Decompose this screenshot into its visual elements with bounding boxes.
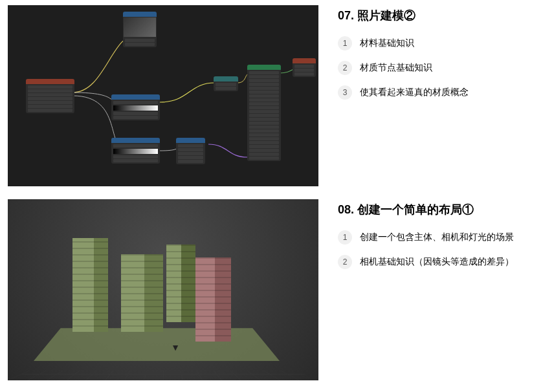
node-header [176, 138, 205, 143]
node-principled-bsdf[interactable] [247, 65, 281, 161]
lesson-title: 08. 创建一个简单的布局① [338, 202, 546, 217]
lesson-item: 1 材料基础知识 [338, 36, 546, 50]
node-header [214, 76, 238, 82]
item-number-badge: 2 [338, 61, 352, 75]
lesson-content-07: 07. 照片建模② 1 材料基础知识 2 材质节点基础知识 3 使其看起来逼真的… [338, 5, 546, 186]
lesson-item: 2 材质节点基础知识 [338, 61, 546, 75]
viewport-grid [8, 371, 318, 380]
node-colorramp-1[interactable] [111, 94, 160, 120]
item-number-badge: 2 [338, 255, 352, 269]
ground-plane [34, 328, 280, 361]
node-header [111, 94, 160, 100]
node-material-output[interactable] [293, 58, 316, 77]
node-image-texture[interactable] [26, 79, 74, 113]
node-preview-gradient [124, 17, 156, 37]
lesson-title: 07. 照片建模② [338, 8, 546, 23]
building-1 [72, 238, 108, 332]
lesson-row-07: 07. 照片建模② 1 材料基础知识 2 材质节点基础知识 3 使其看起来逼真的… [8, 5, 546, 186]
item-text: 材料基础知识 [360, 38, 414, 49]
lesson-list: 07. 照片建模② 1 材料基础知识 2 材质节点基础知识 3 使其看起来逼真的… [0, 0, 554, 386]
item-text: 材质节点基础知识 [360, 62, 432, 74]
lesson-content-08: 08. 创建一个简单的布局① 1 创建一个包含主体、相机和灯光的场景 2 相机基… [338, 199, 546, 380]
node-header [123, 12, 157, 17]
node-header [26, 79, 74, 84]
item-text: 相机基础知识（因镜头等造成的差异） [360, 256, 514, 268]
node-header [247, 65, 281, 70]
item-text: 使其看起来逼真的材质概念 [360, 87, 469, 98]
node-header [293, 58, 316, 63]
building-2 [121, 254, 163, 332]
node-colorramp-2[interactable] [111, 138, 160, 164]
node-diffuse-preview[interactable] [123, 12, 157, 47]
blender-viewport-3d [8, 199, 318, 380]
lesson-items-list: 1 创建一个包含主体、相机和灯光的场景 2 相机基础知识（因镜头等造成的差异） [338, 230, 546, 269]
lesson-items-list: 1 材料基础知识 2 材质节点基础知识 3 使其看起来逼真的材质概念 [338, 36, 546, 100]
blender-node-editor [8, 5, 318, 186]
building-3 [166, 245, 195, 322]
item-number-badge: 3 [338, 85, 352, 100]
lesson-item: 1 创建一个包含主体、相机和灯光的场景 [338, 230, 546, 245]
node-mix[interactable] [214, 76, 238, 91]
lesson-item: 2 相机基础知识（因镜头等造成的差异） [338, 255, 546, 269]
lesson-item: 3 使其看起来逼真的材质概念 [338, 85, 546, 100]
lesson-row-08: 08. 创建一个简单的布局① 1 创建一个包含主体、相机和灯光的场景 2 相机基… [8, 199, 546, 380]
lesson-thumbnail-08[interactable] [8, 199, 318, 380]
item-number-badge: 1 [338, 230, 352, 245]
node-header [111, 138, 160, 143]
node-bump[interactable] [176, 138, 205, 164]
lesson-thumbnail-07[interactable] [8, 5, 318, 186]
camera-icon [170, 343, 180, 351]
building-4-pink [195, 257, 231, 342]
item-text: 创建一个包含主体、相机和灯光的场景 [360, 232, 514, 243]
item-number-badge: 1 [338, 36, 352, 50]
